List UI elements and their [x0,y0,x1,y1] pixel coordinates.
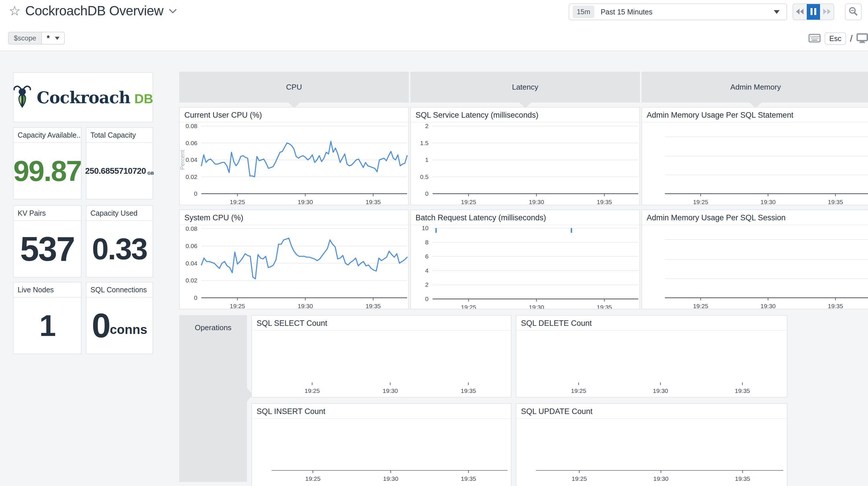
svg-text:0.04: 0.04 [186,156,197,163]
chart-card-sql-service-latency[interactable]: SQL Service Latency (milliseconds) 21.51… [410,107,640,205]
stat-value: 99.87 [13,154,81,188]
svg-text:4: 4 [425,267,429,274]
sql-delete-count-plot[interactable]: 19:2519:3019:35 [516,331,787,397]
svg-text:19:25: 19:25 [693,303,708,309]
group-header-cpu[interactable]: CPU [179,72,409,103]
chart-card-admin-memory-statement[interactable]: Admin Memory Usage Per SQL Statement 19:… [642,107,868,205]
svg-text:19:35: 19:35 [828,303,843,309]
svg-text:19:30: 19:30 [761,303,776,309]
svg-text:19:25: 19:25 [461,304,476,309]
chart-title: Batch Request Latency (milliseconds) [411,210,640,225]
svg-text:0.02: 0.02 [186,277,197,284]
svg-text:19:25: 19:25 [305,388,320,394]
admin-memory-session-plot[interactable]: 19:2519:3019:35 [642,225,868,309]
sql-insert-count-plot[interactable]: 19:2519:3019:35 [252,419,511,486]
sql-service-latency-plot[interactable]: 21.510.5019:2519:3019:35 [411,122,640,205]
svg-text:19:35: 19:35 [366,303,381,309]
chart-title: SQL DELETE Count [516,316,787,331]
svg-text:6: 6 [425,253,429,260]
svg-text:19:30: 19:30 [298,199,313,205]
stat-value: 250.6855710720 [85,166,146,176]
svg-text:19:25: 19:25 [305,475,321,482]
stat-unit: conns [110,322,147,337]
sql-update-count-plot[interactable]: 19:2519:3019:35 [516,419,787,486]
title-chevron-down-icon[interactable] [168,8,178,15]
scope-caret-icon [55,37,60,40]
svg-text:19:30: 19:30 [298,303,313,309]
chart-title: SQL UPDATE Count [516,404,787,419]
dashboard-page: ☆ CockroachDB Overview 15m Past 15 Minut… [0,0,868,486]
svg-text:19:30: 19:30 [383,475,399,482]
current-user-cpu-plot[interactable]: 0.080.060.040.02019:2519:3019:35Percent [180,122,408,205]
chart-card-system-cpu[interactable]: System CPU (%) 0.080.060.040.02019:2519:… [179,209,409,309]
svg-text:0: 0 [425,295,429,302]
chart-card-admin-memory-session[interactable]: Admin Memory Usage Per SQL Session 19:25… [642,209,868,309]
scope-filter-value: * [42,32,64,44]
svg-text:19:30: 19:30 [382,388,398,394]
stat-card-total-capacity[interactable]: Total Capacity 250.6855710720GB [86,127,153,199]
chart-card-sql-update-count[interactable]: SQL UPDATE Count 19:2519:3019:35 [516,403,787,486]
fast-forward-button[interactable] [820,4,834,20]
scope-filter-name: $scope [9,32,42,44]
batch-request-latency-plot[interactable]: 108642019:2519:3019:35 [411,225,640,309]
svg-text:0.06: 0.06 [186,242,197,249]
svg-text:19:25: 19:25 [230,303,245,309]
svg-text:19:30: 19:30 [653,475,669,482]
chart-card-batch-request-latency[interactable]: Batch Request Latency (milliseconds) 108… [410,209,640,309]
stat-title: Capacity Used [86,206,153,221]
svg-text:19:35: 19:35 [461,475,476,482]
svg-text:19:25: 19:25 [693,199,708,205]
svg-text:0.08: 0.08 [186,225,197,232]
chart-card-sql-insert-count[interactable]: SQL INSERT Count 19:2519:3019:35 [251,403,512,486]
group-header-latency[interactable]: Latency [410,72,640,103]
favorite-star-icon[interactable]: ☆ [9,4,21,17]
svg-text:0.08: 0.08 [186,122,197,129]
cockroachdb-logo-card[interactable]: Cockroach DB [13,72,153,122]
chart-title: SQL Service Latency (milliseconds) [411,108,640,122]
keyboard-hints: Esc / [808,32,868,45]
zoom-out-button[interactable] [845,3,862,20]
stat-title: Live Nodes [13,283,81,297]
svg-text:1: 1 [425,156,429,163]
logo-wordmark: Cockroach [37,88,130,107]
stat-card-capacity-used[interactable]: Capacity Used 0.33 [86,205,153,278]
group-header-admin-memory[interactable]: Admin Memory [642,72,868,103]
time-range-picker[interactable]: 15m Past 15 Minutes [569,3,787,20]
group-header-operations[interactable]: Operations [179,315,247,482]
admin-memory-statement-plot[interactable]: 19:2519:3019:35 [642,122,868,205]
esc-key-hint: Esc [825,32,846,45]
stat-card-live-nodes[interactable]: Live Nodes 1 [13,282,82,354]
svg-text:19:35: 19:35 [597,304,612,309]
svg-text:10: 10 [422,225,429,231]
chart-title: System CPU (%) [180,210,408,225]
fast-forward-icon [823,8,831,16]
chart-card-sql-select-count[interactable]: SQL SELECT Count 19:2519:3019:35 [251,315,512,398]
svg-text:0: 0 [194,294,197,301]
svg-text:2: 2 [425,281,429,288]
svg-text:19:25: 19:25 [572,475,587,482]
stat-card-sql-connections[interactable]: SQL Connections 0conns [86,282,153,354]
svg-text:19:25: 19:25 [230,199,245,205]
pause-button[interactable] [807,4,820,20]
title-row: ☆ CockroachDB Overview [9,3,178,19]
stat-value: 0 [92,306,110,345]
chart-title: Current User CPU (%) [180,108,408,122]
stat-card-capacity-available[interactable]: Capacity Available... 99.87 [13,127,82,199]
stat-card-kv-pairs[interactable]: KV Pairs 537 [13,205,82,278]
stat-value: 1 [39,309,55,343]
system-cpu-plot[interactable]: 0.080.060.040.02019:2519:3019:35 [180,225,408,309]
rewind-button[interactable] [793,4,807,20]
keyboard-icon[interactable] [808,34,820,44]
tv-mode-icon[interactable] [857,33,868,44]
svg-text:0: 0 [425,190,429,197]
logo-suffix: DB [134,88,153,106]
time-range-badge: 15m [573,5,594,18]
svg-text:19:35: 19:35 [597,199,612,205]
slash-separator: / [850,33,853,44]
sql-select-count-plot[interactable]: 19:2519:3019:35 [252,331,511,397]
scope-filter[interactable]: $scope * [8,32,65,45]
chart-card-current-user-cpu[interactable]: Current User CPU (%) 0.080.060.040.02019… [179,107,409,205]
zoom-out-icon [849,7,858,17]
svg-text:19:35: 19:35 [461,388,476,394]
chart-card-sql-delete-count[interactable]: SQL DELETE Count 19:2519:3019:35 [516,315,787,398]
